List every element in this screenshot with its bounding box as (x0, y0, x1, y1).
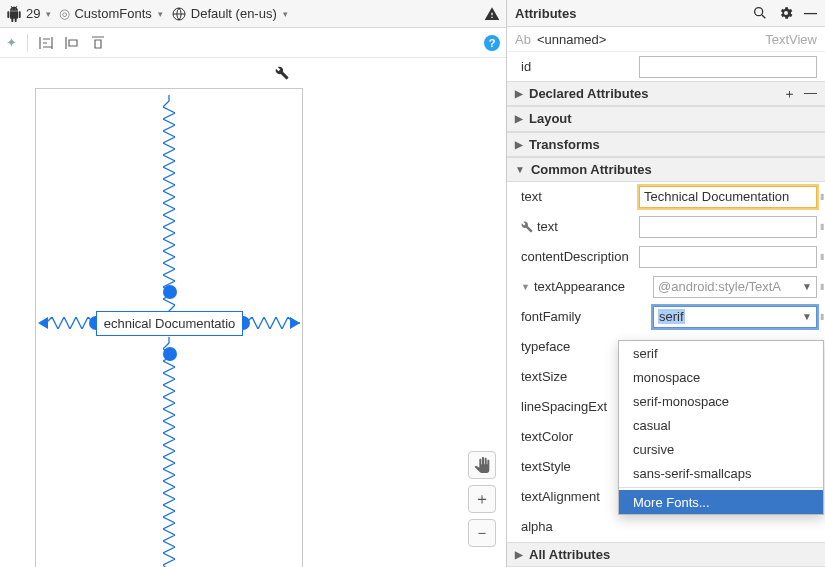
chevron-down-icon: ▼ (515, 164, 525, 175)
help-icon[interactable]: ? (484, 35, 500, 51)
panel-title: Attributes (515, 6, 576, 21)
attr-label-textappearance: ▼textAppearance (521, 279, 636, 294)
wrench-icon[interactable] (275, 66, 289, 80)
constraint-arrow-left (38, 317, 48, 329)
chevron-down-icon: ▾ (158, 9, 163, 19)
id-input[interactable] (639, 56, 817, 78)
android-icon (6, 6, 22, 22)
app-selector[interactable]: ◎ CustomFonts ▾ (59, 6, 162, 21)
magic-wand-icon[interactable]: ✦ (6, 35, 17, 50)
attr-label-alpha: alpha (521, 519, 636, 534)
chevron-right-icon: ▶ (515, 113, 523, 124)
chevron-down-icon: ▾ (46, 9, 51, 19)
component-name: <unnamed> (537, 32, 606, 47)
dropdown-option[interactable]: serif (619, 341, 823, 365)
svg-point-1 (755, 8, 763, 16)
attr-label-fontfamily: fontFamily (521, 309, 636, 324)
chevron-down-icon: ▼ (802, 281, 812, 292)
section-declared[interactable]: ▶ Declared Attributes ＋— (507, 81, 825, 106)
chevron-down-icon: ▼ (521, 282, 530, 292)
fontfamily-dropdown: serif monospace serif-monospace casual c… (618, 340, 824, 515)
zoom-in-button[interactable]: ＋ (468, 485, 496, 513)
section-layout[interactable]: ▶ Layout (507, 106, 825, 131)
globe-icon (171, 6, 187, 22)
api-selector[interactable]: 29 ▾ (6, 6, 51, 22)
design-canvas[interactable]: echnical Documentatio ＋ － (0, 58, 506, 567)
gear-icon[interactable] (778, 5, 794, 21)
resource-picker-icon[interactable]: ▮ (820, 250, 823, 264)
add-icon[interactable]: ＋ (783, 85, 796, 103)
align-top-icon[interactable] (90, 35, 106, 51)
resource-picker-icon[interactable]: ▮ (820, 310, 823, 324)
dropdown-option[interactable]: monospace (619, 365, 823, 389)
section-transforms[interactable]: ▶ Transforms (507, 132, 825, 157)
separator (27, 34, 28, 52)
resource-picker-icon[interactable]: ▮ (820, 220, 823, 234)
attr-input-contentdescription[interactable] (639, 246, 817, 268)
component-type: TextView (765, 32, 817, 47)
section-all[interactable]: ▶ All Attributes (507, 542, 825, 567)
constraint-spring-bottom (163, 337, 175, 567)
search-icon[interactable] (752, 5, 768, 21)
constraint-handle[interactable] (163, 285, 177, 299)
dropdown-option-more-fonts[interactable]: More Fonts... (619, 490, 823, 514)
constraint-handle[interactable] (163, 347, 177, 361)
chevron-right-icon: ▶ (515, 88, 523, 99)
target-icon: ◎ (59, 6, 70, 21)
attr-label-contentdescription: contentDescription (521, 249, 636, 264)
wrench-icon (521, 221, 533, 233)
attr-label-text: text (521, 189, 636, 204)
attr-label-tool-text: text (521, 219, 636, 234)
dropdown-option[interactable]: sans-serif-smallcaps (619, 461, 823, 485)
chevron-down-icon: ▼ (802, 311, 812, 322)
remove-icon[interactable]: — (804, 85, 817, 103)
dropdown-option[interactable]: cursive (619, 437, 823, 461)
attr-combo-textappearance[interactable]: @android:style/TextA▼ (653, 276, 817, 298)
locale-selector[interactable]: Default (en-us) ▾ (171, 6, 288, 22)
dropdown-option[interactable]: casual (619, 413, 823, 437)
constraint-arrow-right (290, 317, 300, 329)
pan-button[interactable] (468, 451, 496, 479)
constraint-spring-top (163, 95, 175, 315)
attr-input-text[interactable] (639, 186, 817, 208)
zoom-out-button[interactable]: － (468, 519, 496, 547)
device-frame: echnical Documentatio (35, 88, 303, 567)
chevron-down-icon: ▾ (283, 9, 288, 19)
align-tool-icon[interactable] (38, 35, 54, 51)
separator (619, 487, 823, 488)
align-left-icon[interactable] (64, 35, 80, 51)
section-common[interactable]: ▼ Common Attributes (507, 157, 825, 182)
resource-picker-icon[interactable]: ▮ (820, 280, 823, 294)
warning-icon[interactable] (484, 6, 500, 22)
minimize-icon[interactable]: — (804, 5, 817, 21)
resource-picker-icon[interactable]: ▮ (820, 190, 823, 204)
attr-combo-fontfamily[interactable]: serif▼ (653, 306, 817, 328)
textview-widget[interactable]: echnical Documentatio (96, 311, 243, 336)
chevron-right-icon: ▶ (515, 139, 523, 150)
id-label: id (521, 59, 531, 74)
attr-input-tool-text[interactable] (639, 216, 817, 238)
dropdown-option[interactable]: serif-monospace (619, 389, 823, 413)
text-type-icon: Ab (515, 32, 531, 47)
chevron-right-icon: ▶ (515, 549, 523, 560)
